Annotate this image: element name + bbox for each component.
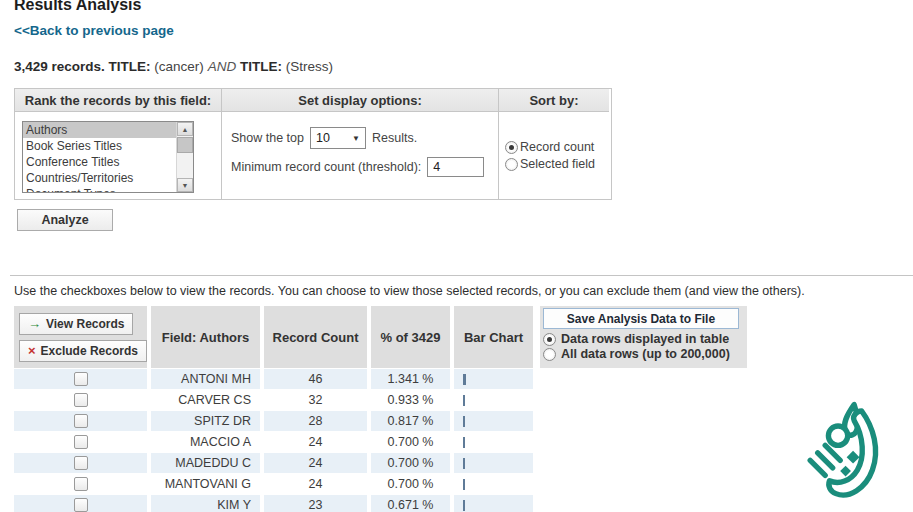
record-count-cell: 24 (264, 432, 367, 452)
row-checkbox[interactable] (74, 393, 88, 407)
percent-cell: 0.700 % (371, 453, 450, 473)
threshold-input[interactable] (427, 157, 484, 177)
bar-chart-cell (454, 390, 533, 410)
field-listbox[interactable]: AuthorsBook Series TitlesConference Titl… (22, 121, 194, 193)
bar-chart-cell (454, 495, 533, 512)
record-count-cell: 46 (264, 369, 367, 389)
exclude-records-button[interactable]: × Exclude Records (19, 340, 147, 362)
radio-icon[interactable] (543, 348, 556, 361)
row-checkbox-cell (14, 390, 147, 410)
row-checkbox[interactable] (74, 456, 88, 470)
instructions-text: Use the checkboxes below to view the rec… (14, 284, 805, 298)
display-options-header: Set display options: (222, 89, 499, 112)
field-option-conference-titles[interactable]: Conference Titles (23, 154, 177, 170)
rank-field-header: Rank the records by this field: (15, 89, 222, 112)
show-top-prefix-label: Show the top (231, 131, 304, 145)
percent-cell: 0.933 % (371, 390, 450, 410)
back-to-previous-page-link[interactable]: <<Back to previous page (14, 23, 174, 38)
record-count-cell: 28 (264, 411, 367, 431)
radio-icon[interactable] (543, 333, 556, 346)
row-checkbox-cell (14, 474, 147, 494)
scroll-down-icon[interactable]: ▼ (177, 178, 193, 192)
view-records-label: View Records (46, 317, 124, 331)
record-count-cell: 23 (264, 495, 367, 512)
percent-cell: 0.700 % (371, 432, 450, 452)
save-analysis-data-button[interactable]: Save Analysis Data to File (543, 308, 739, 329)
watermark-logo (793, 400, 911, 510)
show-top-suffix-label: Results. (372, 131, 417, 145)
save-option[interactable]: All data rows (up to 200,000) (543, 347, 747, 362)
scroll-up-icon[interactable]: ▲ (177, 122, 193, 136)
row-checkbox-cell (14, 453, 147, 473)
row-checkbox-cell (14, 432, 147, 452)
page-title: Results Analysis (14, 0, 141, 14)
column-header-field: Field: Authors (151, 306, 260, 368)
author-cell: MADEDDU C (151, 453, 260, 473)
save-option-label: Data rows displayed in table (561, 332, 729, 347)
bar-mark (463, 416, 465, 427)
radio-icon[interactable] (505, 141, 518, 154)
bar-mark (463, 479, 465, 490)
query-field2-value: (Stress) (286, 59, 333, 74)
threshold-label: Minimum record count (threshold): (231, 160, 421, 174)
radio-icon[interactable] (505, 158, 518, 171)
bar-mark (463, 500, 465, 511)
bar-chart-cell (454, 453, 533, 473)
bar-mark (463, 437, 465, 448)
bar-chart-cell (454, 411, 533, 431)
save-option-label: All data rows (up to 200,000) (561, 347, 730, 362)
show-top-select[interactable]: 10 ▼ (310, 127, 366, 149)
save-option[interactable]: Data rows displayed in table (543, 332, 747, 347)
author-cell: KIM Y (151, 495, 260, 512)
field-option-document-types[interactable]: Document Types (23, 186, 177, 193)
row-checkbox[interactable] (74, 477, 88, 491)
field-option-book-series-titles[interactable]: Book Series Titles (23, 138, 177, 154)
bar-chart-cell (454, 474, 533, 494)
row-checkbox-cell (14, 411, 147, 431)
bar-mark (463, 374, 466, 385)
column-header-bar-chart: Bar Chart (454, 306, 533, 368)
percent-cell: 0.817 % (371, 411, 450, 431)
sort-by-cell: Record countSelected field (499, 112, 609, 199)
row-checkbox[interactable] (74, 498, 88, 512)
view-records-button[interactable]: → View Records (19, 313, 133, 335)
column-header-record-count: Record Count (264, 306, 367, 368)
display-options-cell: Show the top 10 ▼ Results. Minimum recor… (222, 112, 499, 199)
field-option-authors[interactable]: Authors (23, 122, 177, 138)
chevron-down-icon: ▼ (352, 134, 360, 143)
query-field1-value: (cancer) (154, 59, 204, 74)
results-table: → View Records × Exclude Records Field: … (14, 306, 533, 512)
bar-mark (463, 458, 465, 469)
results-analysis-page: Results Analysis <<Back to previous page… (0, 0, 913, 512)
sort-option[interactable]: Selected field (505, 157, 595, 171)
author-cell: MACCIO A (151, 432, 260, 452)
query-summary: 3,429 records. TITLE: (cancer) AND TITLE… (14, 59, 333, 74)
query-field2-label: TITLE: (240, 59, 282, 74)
author-cell: SPITZ DR (151, 411, 260, 431)
author-cell: ANTONI MH (151, 369, 260, 389)
scrollbar-thumb[interactable] (177, 137, 193, 153)
view-arrow-icon: → (28, 317, 41, 330)
save-analysis-panel: Save Analysis Data to File Data rows dis… (540, 306, 747, 368)
analyze-button[interactable]: Analyze (17, 209, 113, 231)
record-count-cell: 32 (264, 390, 367, 410)
exclude-x-icon: × (28, 344, 36, 357)
field-option-countries-territories[interactable]: Countries/Territories (23, 170, 177, 186)
row-checkbox-cell (14, 369, 147, 389)
sort-option-label: Record count (520, 140, 594, 154)
sort-by-header: Sort by: (499, 89, 609, 112)
row-checkbox[interactable] (74, 372, 88, 386)
records-count: 3,429 records. (14, 59, 105, 74)
analysis-options-panel: Rank the records by this field: Set disp… (14, 88, 612, 200)
percent-cell: 0.671 % (371, 495, 450, 512)
show-top-selected-value: 10 (316, 131, 330, 145)
listbox-scrollbar[interactable]: ▲ ▼ (176, 122, 193, 192)
record-count-cell: 24 (264, 474, 367, 494)
record-count-cell: 24 (264, 453, 367, 473)
sort-option[interactable]: Record count (505, 140, 595, 154)
query-field1-label: TITLE: (109, 59, 151, 74)
percent-cell: 0.700 % (371, 474, 450, 494)
row-checkbox[interactable] (74, 414, 88, 428)
row-checkbox[interactable] (74, 435, 88, 449)
section-divider (10, 275, 913, 276)
